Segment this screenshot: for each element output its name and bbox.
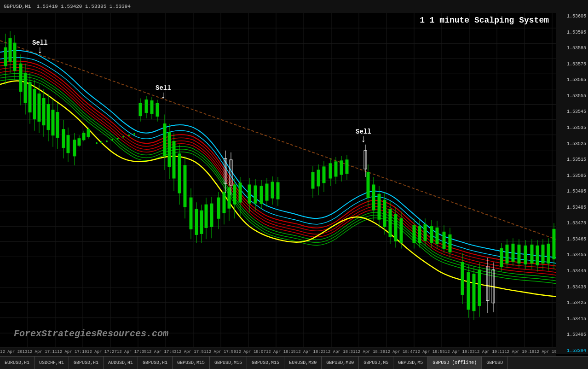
svg-point-209 — [96, 142, 98, 144]
svg-rect-124 — [265, 184, 268, 200]
svg-rect-130 — [311, 172, 314, 188]
svg-rect-188 — [512, 244, 514, 261]
svg-rect-194 — [530, 245, 533, 263]
symbol-label: GBPUSD,M1 — [4, 4, 31, 9]
svg-point-210 — [100, 141, 102, 143]
time-13: 12 Apr 18:47 — [385, 350, 415, 354]
svg-rect-102 — [200, 211, 203, 234]
chart-area — [0, 13, 556, 347]
svg-rect-84 — [150, 101, 153, 114]
svg-rect-78 — [87, 129, 90, 137]
tab-audusd-h1[interactable]: AUDUSD,H1 — [104, 357, 138, 369]
symbol-info: GBPUSD,M1 1.53419 1.53420 1.53385 1.5339… — [4, 4, 131, 9]
price-2: 1.53595 — [558, 30, 586, 35]
tab-gbpusd-m15a[interactable]: GBPUSD,M15 — [173, 357, 210, 369]
time-16: 12 Apr 19:11 — [475, 350, 505, 354]
svg-rect-50 — [19, 64, 22, 91]
price-19: 1.53425 — [558, 300, 586, 305]
tab-gbpusd-m15c[interactable]: GBPUSD,M15 — [247, 357, 284, 369]
chart-container: GBPUSD,M1 1.53419 1.53420 1.53385 1.5339… — [0, 0, 588, 369]
svg-rect-110 — [223, 192, 225, 213]
svg-rect-68 — [62, 129, 65, 148]
svg-point-214 — [122, 136, 124, 138]
chart-svg — [0, 13, 556, 347]
svg-point-216 — [133, 133, 135, 135]
svg-rect-132 — [317, 170, 320, 186]
price-21: 1.53405 — [558, 332, 586, 337]
price-20: 1.53415 — [558, 316, 586, 322]
svg-rect-184 — [500, 248, 503, 267]
tab-gbpusd-m5a[interactable]: GBPUSD,M5 — [359, 357, 393, 369]
svg-rect-178 — [478, 270, 481, 306]
title-main: 1 minute Scalping System — [430, 16, 549, 25]
tab-gbpusd-offline[interactable]: GBPUSD (offline) — [428, 357, 482, 369]
watermark-text: ForexStrategiesResources.com — [14, 328, 168, 339]
svg-rect-80 — [139, 103, 142, 116]
tab-gbpusd-m15b[interactable]: GBPUSD,M15 — [210, 357, 247, 369]
time-11: 12 Apr 18:31 — [326, 350, 356, 354]
price-4: 1.53575 — [558, 62, 586, 67]
svg-rect-174 — [467, 273, 470, 310]
svg-rect-114 — [233, 185, 236, 204]
price-10: 1.53515 — [558, 157, 586, 162]
svg-rect-86 — [156, 104, 159, 117]
svg-rect-62 — [47, 105, 50, 130]
price-15: 1.53465 — [558, 237, 586, 242]
svg-rect-170 — [449, 234, 451, 252]
svg-rect-52 — [24, 73, 27, 103]
svg-rect-70 — [67, 135, 69, 153]
time-bar: 12 Apr 2013 12 Apr 17:11 12 Apr 17:19 12… — [0, 347, 556, 356]
svg-point-215 — [128, 135, 130, 136]
svg-rect-164 — [430, 226, 433, 242]
svg-rect-136 — [329, 164, 332, 178]
sell-arrow-2: ↓ — [160, 92, 166, 100]
price-6: 1.53555 — [558, 94, 586, 99]
svg-rect-46 — [9, 38, 12, 61]
svg-rect-144 — [367, 172, 369, 198]
tab-gbpusd-m30[interactable]: GBPUSD,M30 — [322, 357, 359, 369]
svg-rect-142 — [346, 160, 348, 174]
svg-rect-190 — [518, 245, 520, 263]
price-12: 1.53495 — [558, 189, 586, 194]
svg-rect-158 — [413, 225, 415, 243]
tab-eurusd-h1[interactable]: EURUSD,H1 — [0, 357, 35, 369]
svg-rect-44 — [4, 47, 7, 66]
svg-rect-82 — [145, 100, 148, 113]
svg-rect-76 — [82, 133, 85, 140]
svg-rect-166 — [436, 228, 438, 244]
svg-rect-154 — [394, 214, 397, 241]
svg-rect-108 — [217, 198, 220, 218]
svg-rect-150 — [383, 200, 386, 227]
svg-rect-138 — [334, 162, 337, 176]
svg-rect-122 — [260, 186, 263, 204]
tab-usdchf-h1[interactable]: USDCHF,H1 — [35, 357, 69, 369]
price-22: 1.53394 — [558, 348, 586, 353]
svg-rect-116 — [239, 183, 242, 202]
time-5: 12 Apr 17:43 — [147, 350, 177, 354]
tabs-bar: EURUSD,H1 USDCHF,H1 GBPUSD,H1 AUDUSD,H1 … — [0, 356, 588, 369]
svg-rect-90 — [168, 132, 171, 167]
time-9: 12 Apr 18:15 — [266, 350, 296, 354]
time-3: 12 Apr 17:27 — [87, 350, 117, 354]
svg-rect-96 — [184, 165, 186, 207]
time-7: 12 Apr 17:59 — [206, 350, 236, 354]
tab-gbpusd-h1b[interactable]: GBPUSD,H1 — [138, 357, 173, 369]
sell-signal-2: Sell ↓ — [156, 84, 171, 100]
tab-gbpusd-1935[interactable]: GBPUSD — [482, 357, 508, 369]
svg-rect-202 — [553, 229, 555, 259]
svg-rect-128 — [277, 182, 279, 199]
time-2: 12 Apr 17:19 — [57, 350, 87, 354]
svg-rect-134 — [323, 167, 325, 183]
svg-rect-152 — [389, 209, 392, 237]
time-10: 12 Apr 18:23 — [296, 350, 326, 354]
svg-rect-196 — [536, 246, 539, 265]
sell-signal-3: Sell ↓ — [356, 128, 371, 144]
tab-gbpusd-m5b[interactable]: GBPUSD,M5 — [393, 357, 428, 369]
tab-gbpusd-h1[interactable]: GBPUSD,H1 — [69, 357, 104, 369]
svg-rect-94 — [178, 154, 181, 193]
svg-rect-74 — [78, 139, 81, 146]
tab-eurusd-m30[interactable]: EURUSD,M30 — [284, 357, 322, 369]
svg-rect-176 — [473, 274, 475, 311]
svg-rect-126 — [271, 182, 274, 198]
time-1: 12 Apr 17:11 — [27, 350, 57, 354]
